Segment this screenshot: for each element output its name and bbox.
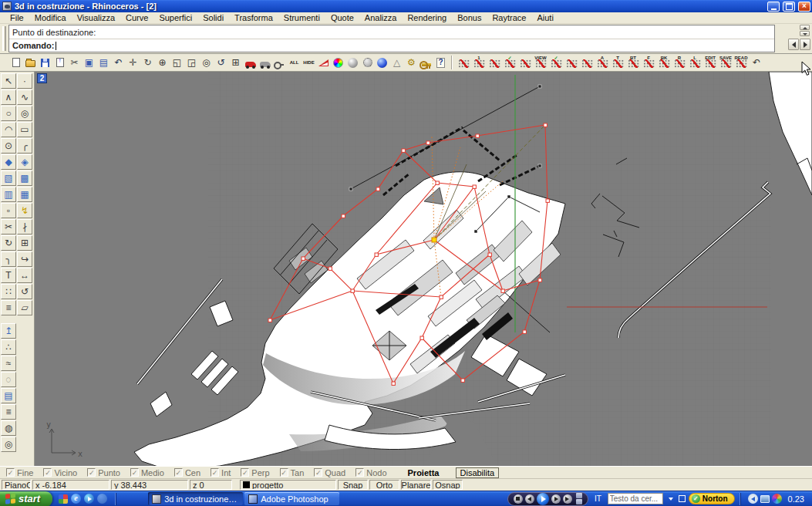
view-a-button[interactable]: A xyxy=(595,55,610,70)
rebuild-tool[interactable]: ↻ xyxy=(1,235,16,251)
split-tool[interactable]: ∤ xyxy=(17,219,32,234)
command-panel-grip[interactable] xyxy=(2,26,6,51)
wireframe-cone-button[interactable]: △ xyxy=(389,55,404,70)
menu-item[interactable]: Trasforma xyxy=(229,13,278,22)
osnap-checkbox[interactable]: Medio xyxy=(130,468,164,477)
hide-button[interactable]: HIDE xyxy=(302,55,316,70)
lasso-tool[interactable]: ◌ xyxy=(1,372,16,387)
shade-tool[interactable]: ▤ xyxy=(1,388,16,403)
media-expand-buttons[interactable] xyxy=(576,493,582,504)
view-read-button[interactable]: READ xyxy=(733,55,749,70)
mesh-tool-check-2[interactable]: ✓ xyxy=(548,55,564,70)
cplane-pane[interactable]: PianoC xyxy=(2,480,31,490)
planar-tool[interactable]: ▱ xyxy=(17,300,32,315)
viewport[interactable]: 2 xyxy=(35,72,812,466)
undo-view-button[interactable]: ↺ xyxy=(214,55,228,70)
viewport-layout-button[interactable]: ⊞ xyxy=(228,55,243,70)
mesh-tool-check-1[interactable]: ✓ xyxy=(502,55,517,70)
viewport-canvas[interactable]: y x xyxy=(35,72,812,466)
show-all-button[interactable]: ALL xyxy=(287,55,302,70)
checkbox-checked-icon[interactable] xyxy=(355,468,364,477)
target-tool[interactable]: ◎ xyxy=(1,437,16,452)
color-wheel-button[interactable] xyxy=(331,55,345,70)
trim-tool[interactable]: ✂ xyxy=(1,219,16,234)
view-left-button[interactable]: L xyxy=(687,55,702,70)
menu-item[interactable]: Analizza xyxy=(359,13,403,22)
internet-explorer-icon[interactable] xyxy=(71,494,81,504)
mesh-tool-1[interactable] xyxy=(456,55,471,70)
status-toggle[interactable]: Snap xyxy=(338,480,368,490)
curve-tool[interactable]: ∿ xyxy=(17,89,32,105)
zoom-extents-button[interactable]: ◎ xyxy=(199,55,214,70)
view-bottom-button[interactable]: BT xyxy=(625,55,641,70)
paste-button[interactable]: ▤ xyxy=(96,55,111,70)
circle-point-tool[interactable]: ⊙ xyxy=(1,138,16,153)
messenger-icon[interactable] xyxy=(97,494,107,504)
box-tool[interactable]: ▧ xyxy=(1,170,16,186)
arc-tool[interactable]: ◠ xyxy=(1,122,16,137)
checkbox-checked-icon[interactable] xyxy=(280,468,288,477)
taskbar-clock[interactable]: 0.23 xyxy=(788,494,804,504)
osnap-checkbox[interactable]: Int xyxy=(211,468,231,477)
text-tool[interactable]: T xyxy=(1,268,16,283)
mesh-tool-car[interactable] xyxy=(517,55,533,70)
checkbox-checked-icon[interactable] xyxy=(211,468,219,477)
checkbox-checked-icon[interactable] xyxy=(241,468,249,477)
tray-color-icon[interactable] xyxy=(772,494,782,504)
explode-tool[interactable]: ↯ xyxy=(17,203,32,218)
task-button[interactable]: 3d in costruzione - Rh... xyxy=(148,492,243,505)
media-play-button[interactable] xyxy=(537,493,549,505)
task-button[interactable]: Adobe Photoshop xyxy=(244,492,339,505)
search-input[interactable] xyxy=(608,493,663,504)
save-file-button[interactable] xyxy=(38,55,52,70)
ellipse-tool[interactable]: ◎ xyxy=(17,106,32,121)
cut-button[interactable]: ✂ xyxy=(67,55,82,70)
view-undo-button[interactable]: ↶ xyxy=(749,55,764,70)
checkbox-checked-icon[interactable] xyxy=(174,468,183,477)
curve-handle-tool[interactable]: ↪ xyxy=(17,251,32,267)
media-player-icon[interactable] xyxy=(84,494,94,504)
panel-tool[interactable]: ≡ xyxy=(1,404,16,420)
status-toggle[interactable]: Osnap xyxy=(433,480,463,490)
tray-display-icon[interactable] xyxy=(760,495,770,503)
osnap-checkbox[interactable]: Vicino xyxy=(43,468,77,477)
key-button[interactable] xyxy=(419,55,433,70)
rendered-view-button[interactable] xyxy=(375,55,389,70)
layer-pane[interactable]: progetto xyxy=(240,480,336,490)
close-button[interactable] xyxy=(798,2,810,12)
disabilita-toggle[interactable]: Disabilita xyxy=(456,467,500,478)
blend-arc-tool[interactable]: ╮ xyxy=(1,251,16,267)
language-indicator[interactable]: IT xyxy=(595,494,601,503)
status-toggle[interactable]: Orto xyxy=(369,480,399,490)
view-front-button[interactable]: F xyxy=(641,55,656,70)
dimension-tool[interactable]: ↔ xyxy=(17,268,32,283)
osnap-checkbox[interactable]: Cen xyxy=(174,468,200,477)
osnap-checkbox[interactable]: Fine xyxy=(6,468,33,477)
command-scroll-right-button[interactable] xyxy=(800,39,810,50)
view-capture-button[interactable]: VIEW xyxy=(533,55,548,70)
menu-item[interactable]: File xyxy=(5,13,29,22)
menu-item[interactable]: Raytrace xyxy=(487,13,531,22)
tray-back-icon[interactable] xyxy=(748,494,758,504)
polyline-tool[interactable]: ∧ xyxy=(1,89,16,105)
status-toggle[interactable]: Planare xyxy=(401,480,431,490)
command-prompt-line[interactable]: Comando: xyxy=(9,39,774,52)
hide-car-button[interactable] xyxy=(258,55,272,70)
media-volume-button[interactable] xyxy=(563,494,572,504)
media-stop-button[interactable] xyxy=(514,494,523,504)
render-button[interactable] xyxy=(316,55,331,70)
search-square-button[interactable] xyxy=(679,495,686,502)
open-file-button[interactable] xyxy=(23,55,38,70)
menu-item[interactable]: Quote xyxy=(325,13,359,22)
ghosted-view-button[interactable] xyxy=(360,55,375,70)
search-dropdown-arrow[interactable] xyxy=(666,493,676,504)
view-top-button[interactable]: T xyxy=(610,55,625,70)
rectangle-tool[interactable]: ▭ xyxy=(17,122,32,137)
rotate-view-button[interactable]: ↻ xyxy=(140,55,155,70)
points-grid-tool[interactable]: ∴ xyxy=(1,339,16,355)
new-file-button[interactable] xyxy=(8,55,23,70)
checkbox-checked-icon[interactable] xyxy=(43,468,52,477)
ghost-tool[interactable]: ◍ xyxy=(1,420,16,436)
command-box[interactable]: Punto di destinazione: Comando: xyxy=(8,25,775,52)
checkbox-checked-icon[interactable] xyxy=(87,468,96,477)
